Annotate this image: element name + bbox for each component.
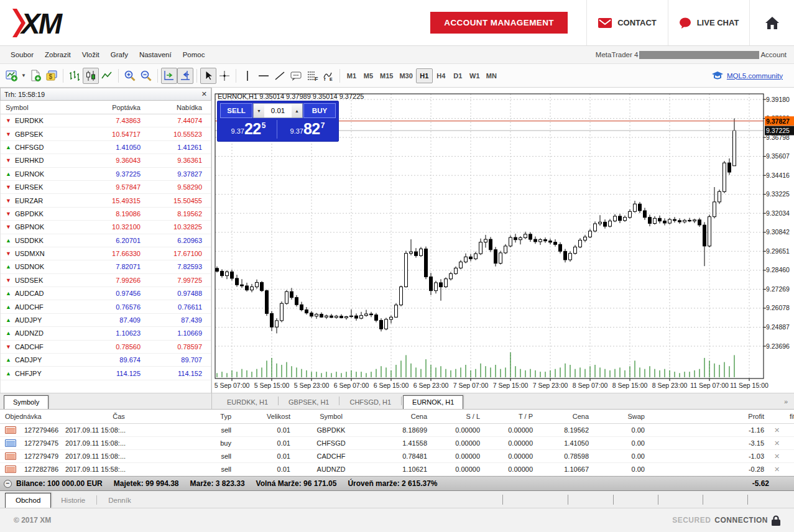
bottom-tab-historie[interactable]: Historie bbox=[51, 493, 95, 508]
bottom-tab-dennik[interactable]: Denník bbox=[98, 493, 141, 508]
collapse-icon[interactable]: − bbox=[4, 480, 12, 488]
buy-price[interactable]: 9.37 82 7 bbox=[279, 120, 336, 139]
chart-canvas[interactable]: 9.391809.379899.367989.356079.344169.332… bbox=[212, 88, 794, 393]
menu-zobrazit[interactable]: Zobrazit bbox=[39, 48, 76, 61]
menu-pomoc[interactable]: Pomoc bbox=[177, 48, 211, 61]
volume-value[interactable]: 0.01 bbox=[264, 104, 292, 117]
symbol-name: EURHKD bbox=[15, 157, 44, 164]
zoom-out-icon[interactable] bbox=[138, 68, 154, 84]
order-row-127279466[interactable]: 127279466 2017.09.11 15:08:... sell 0.01… bbox=[0, 424, 794, 437]
market-watch-row-eursek[interactable]: ▼EURSEK 9.57847 9.58290 bbox=[1, 181, 211, 194]
zoom-in-icon[interactable] bbox=[122, 68, 138, 84]
fibonacci-icon[interactable]: F bbox=[304, 68, 320, 84]
market-watch-row-eurzar[interactable]: ▼EURZAR 15.49315 15.50455 bbox=[1, 194, 211, 207]
sell-price-pip: 5 bbox=[262, 121, 266, 130]
line-chart-icon[interactable] bbox=[99, 68, 115, 84]
order-size: 0.01 bbox=[236, 426, 295, 434]
crosshair-icon[interactable] bbox=[216, 68, 233, 84]
auto-scroll-icon[interactable] bbox=[161, 68, 177, 84]
trend-line-icon[interactable] bbox=[272, 68, 288, 84]
order-open-price: 1.41558 bbox=[367, 439, 432, 447]
market-watch-row-gbpdkk[interactable]: ▼GBPDKK 8.19086 8.19562 bbox=[1, 208, 211, 221]
market-watch-row-audchf[interactable]: ▲AUDCHF 0.76576 0.76611 bbox=[1, 300, 211, 313]
market-watch-row-audjpy[interactable]: ▲AUDJPY 87.409 87.439 bbox=[1, 314, 211, 327]
vertical-line-icon[interactable] bbox=[239, 68, 256, 84]
symbol-name: CADCHF bbox=[15, 343, 44, 351]
order-row-127282786[interactable]: 127282786 2017.09.11 15:58:... sell 0.01… bbox=[0, 463, 794, 476]
order-row-127279475[interactable]: 127279475 2017.09.11 15:08:... buy 0.01 … bbox=[0, 437, 794, 450]
menu-nastaveni[interactable]: Nastavení bbox=[134, 48, 177, 61]
market-watch-row-chfsgd[interactable]: ▲CHFSGD 1.41050 1.41261 bbox=[1, 141, 211, 154]
horizontal-line-icon[interactable] bbox=[256, 68, 272, 84]
tab-overflow-icon[interactable]: » bbox=[778, 398, 794, 409]
timeframe-h1[interactable]: H1 bbox=[416, 68, 433, 83]
cursor-icon[interactable] bbox=[200, 68, 216, 84]
market-watch-row-chfjpy[interactable]: ▲CHFJPY 114.125 114.152 bbox=[1, 367, 211, 380]
orders-col-profit: Profit bbox=[650, 413, 769, 420]
order-row-127279479[interactable]: 127279479 2017.09.11 15:08:... sell 0.01… bbox=[0, 450, 794, 463]
timeframe-w1[interactable]: W1 bbox=[466, 68, 483, 83]
chart-tab-chfsgd[interactable]: CHFSGD, H1 bbox=[341, 396, 400, 409]
market-watch-row-usddkk[interactable]: ▲USDDKK 6.20701 6.20963 bbox=[1, 234, 211, 247]
timeframe-m30[interactable]: M30 bbox=[396, 68, 415, 83]
market-watch-close-icon[interactable]: ✕ bbox=[201, 90, 207, 98]
market-watch-row-usdmxn[interactable]: ▼USDMXN 17.66330 17.67100 bbox=[1, 247, 211, 260]
timeframe-d1[interactable]: D1 bbox=[450, 68, 466, 83]
market-watch-row-cadchf[interactable]: ▼CADCHF 0.78560 0.78597 bbox=[1, 341, 211, 354]
market-watch-row-eurdkk[interactable]: ▼EURDKK 7.43863 7.44074 bbox=[1, 114, 211, 127]
home-link[interactable] bbox=[749, 0, 794, 45]
ask-value: 17.67100 bbox=[145, 250, 207, 257]
contact-link[interactable]: CONTACT bbox=[586, 0, 668, 45]
account-label: Account bbox=[760, 51, 787, 58]
close-order-icon[interactable]: ✕ bbox=[769, 439, 785, 447]
free-margin-value: Volná Marže: 96 171.05 bbox=[256, 479, 337, 488]
chart-shift-icon[interactable] bbox=[177, 68, 193, 84]
market-watch-row-eurnok[interactable]: ▲EURNOK 9.37225 9.37827 bbox=[1, 168, 211, 181]
timeframe-m1[interactable]: M1 bbox=[343, 68, 360, 83]
new-order-icon[interactable]: $ bbox=[44, 68, 60, 84]
indicators-icon[interactable]: fE bbox=[320, 68, 336, 84]
tab-symboly[interactable]: Symboly bbox=[4, 395, 48, 409]
live-chat-link[interactable]: LIVE CHAT bbox=[668, 0, 749, 45]
timeframe-m5[interactable]: M5 bbox=[360, 68, 377, 83]
market-watch-row-audnzd[interactable]: ▲AUDNZD 1.10623 1.10669 bbox=[1, 327, 211, 340]
market-watch-row-usdnok[interactable]: ▲USDNOK 7.82071 7.82593 bbox=[1, 260, 211, 273]
mql5-community-link[interactable]: MQL5.community bbox=[727, 72, 783, 80]
sell-price[interactable]: 9.37 22 5 bbox=[220, 120, 277, 139]
sell-button[interactable]: SELL bbox=[220, 103, 252, 118]
market-watch-row-gbpsek[interactable]: ▼GBPSEK 10.54717 10.55523 bbox=[1, 127, 211, 140]
menu-grafy[interactable]: Grafy bbox=[105, 48, 134, 61]
timeframe-mn[interactable]: MN bbox=[483, 68, 500, 83]
candlestick-chart-icon[interactable] bbox=[83, 68, 99, 84]
volume-increase-icon[interactable]: ▲ bbox=[292, 104, 302, 117]
account-management-button[interactable]: ACCOUNT MANAGEMENT bbox=[430, 12, 568, 34]
new-profile-icon[interactable] bbox=[27, 68, 44, 84]
market-watch-row-eurhkd[interactable]: ▼EURHKD 9.36043 9.36361 bbox=[1, 154, 211, 167]
text-label-icon[interactable] bbox=[288, 68, 304, 84]
timeframe-h4[interactable]: H4 bbox=[433, 68, 450, 83]
new-chart-dropdown-icon[interactable]: ▼ bbox=[20, 68, 27, 84]
volume-decrease-icon[interactable]: ▼ bbox=[254, 104, 264, 117]
market-watch-titlebar[interactable]: Trh: 15:58:19 ✕ bbox=[0, 88, 211, 101]
market-watch-row-cadjpy[interactable]: ▲CADJPY 89.674 89.707 bbox=[1, 354, 211, 367]
close-order-icon[interactable]: ✕ bbox=[769, 426, 785, 434]
close-order-icon[interactable]: ✕ bbox=[769, 466, 785, 474]
close-order-icon[interactable]: ✕ bbox=[769, 452, 785, 461]
timeframe-m15[interactable]: M15 bbox=[377, 68, 396, 83]
bottom-tab-obchod[interactable]: Obchod bbox=[5, 493, 51, 508]
chart-tab-eurnok[interactable]: EURNOK, H1 bbox=[403, 395, 463, 409]
market-watch-row-gbpnok[interactable]: ▼GBPNOK 10.32100 10.32825 bbox=[1, 221, 211, 234]
symbol-name: EURDKK bbox=[15, 117, 44, 124]
menu-soubor[interactable]: Soubor bbox=[5, 48, 39, 61]
equity-value: Majetek: 99 994.38 bbox=[114, 479, 179, 488]
market-watch-row-usdsek[interactable]: ▼USDSEK 7.99266 7.99725 bbox=[1, 274, 211, 287]
bar-chart-icon[interactable] bbox=[67, 68, 83, 84]
account-summary-bar: − Bilance: 100 000.00 EUR Majetek: 99 99… bbox=[0, 476, 794, 491]
market-watch-row-audcad[interactable]: ▲AUDCAD 0.97456 0.97488 bbox=[1, 287, 211, 300]
chart-tab-gbpsek[interactable]: GBPSEK, H1 bbox=[280, 396, 338, 409]
buy-button[interactable]: BUY bbox=[303, 103, 336, 118]
menu-vlozit[interactable]: Vložit bbox=[76, 48, 105, 61]
xm-logo[interactable]: XM bbox=[0, 0, 224, 45]
new-chart-icon[interactable] bbox=[4, 68, 20, 84]
chart-tab-eurdkk[interactable]: EURDKK, H1 bbox=[218, 396, 277, 409]
